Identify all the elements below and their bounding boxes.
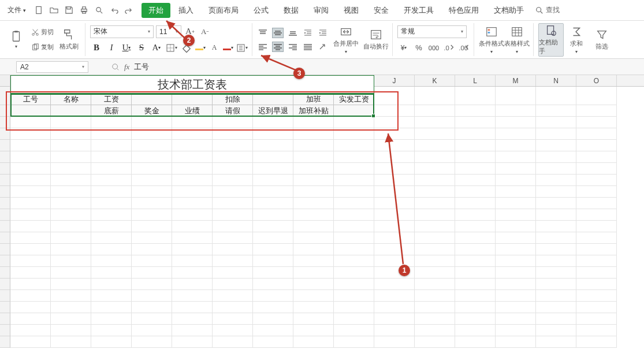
annotation-badge-3: 3 (293, 68, 305, 79)
tab-safety[interactable]: 安全 (367, 3, 396, 18)
paste-button[interactable]: ▾ (3, 23, 29, 57)
align-middle-button[interactable] (272, 28, 284, 38)
strikethrough-button[interactable]: S (135, 42, 148, 54)
annotation-badge-2: 2 (183, 35, 195, 46)
fx-icon[interactable]: fx (124, 62, 129, 72)
font-name-dropdown[interactable]: 宋体▾ (90, 25, 154, 38)
cond-format-button[interactable]: 条件格式▾ (479, 23, 504, 57)
col-header[interactable]: O (576, 75, 617, 86)
wrap-text-button[interactable]: 自动换行 (363, 23, 389, 57)
annotation-badge-1: 1 (399, 265, 410, 276)
group-number: 常规▾ ¥▾ % 000 .0 .00 (397, 23, 474, 56)
align-top-button[interactable] (257, 28, 269, 38)
open-icon[interactable] (48, 5, 59, 16)
tab-data[interactable]: 数据 (277, 3, 306, 18)
align-right-button[interactable] (287, 42, 299, 52)
col-header[interactable]: L (455, 75, 496, 86)
col-header[interactable]: M (496, 75, 536, 86)
svg-point-24 (113, 64, 118, 69)
undo-icon[interactable] (108, 5, 120, 16)
chevron-down-icon: ▾ (23, 8, 26, 13)
svg-rect-22 (548, 25, 554, 34)
copy-button[interactable]: 复制 (29, 41, 56, 54)
svg-rect-2 (82, 7, 85, 9)
comma-style-button[interactable]: 000 (427, 42, 440, 54)
align-center-button[interactable] (272, 42, 284, 52)
svg-rect-7 (14, 31, 18, 32)
expand-fbar-icon[interactable] (111, 63, 120, 71)
cut-button[interactable]: 剪切 (29, 26, 56, 39)
selection-handle[interactable] (371, 114, 375, 118)
new-doc-icon[interactable] (33, 5, 44, 16)
indent-decrease-button[interactable] (302, 28, 314, 38)
italic-button[interactable]: I (105, 42, 118, 54)
name-box[interactable]: A2 ▾ (16, 61, 88, 73)
font-color-button[interactable]: A (208, 42, 221, 54)
tab-layout[interactable]: 页面布局 (202, 3, 245, 18)
decrease-decimal-button[interactable]: .00 (457, 42, 470, 54)
grid-body[interactable] (0, 87, 644, 348)
svg-rect-20 (488, 32, 490, 34)
align-grid (257, 28, 329, 52)
format-painter-button[interactable]: 格式刷 (56, 23, 81, 57)
tab-insert[interactable]: 插入 (172, 3, 200, 18)
number-format-dropdown[interactable]: 常规▾ (397, 25, 467, 38)
svg-rect-21 (512, 27, 522, 36)
orientation-button[interactable] (317, 42, 329, 52)
indent-increase-button[interactable] (317, 28, 329, 38)
print-preview-icon[interactable] (93, 5, 105, 16)
print-icon[interactable] (78, 5, 90, 16)
col-header[interactable]: J (374, 75, 415, 86)
doc-helper-button[interactable]: 文档助手 (538, 23, 564, 57)
title-merged-cell[interactable]: 技术部工资表 (10, 75, 374, 94)
menu-file-label: 文件 (8, 5, 21, 15)
font-effects-button[interactable]: A▾ (150, 42, 163, 54)
tab-special[interactable]: 特色应用 (442, 3, 486, 18)
justify-button[interactable] (302, 42, 314, 52)
font-color-swatch[interactable]: ▾ (223, 45, 233, 50)
decrease-font-icon[interactable]: A− (199, 25, 211, 38)
filter-button[interactable]: 筛选 (589, 23, 615, 57)
search-icon (535, 6, 544, 14)
percent-button[interactable]: % (412, 42, 425, 54)
svg-text:.0: .0 (444, 44, 449, 51)
cell-ref: A2 (20, 63, 29, 71)
svg-rect-19 (488, 29, 490, 31)
formula-text[interactable]: 工号 (134, 62, 149, 72)
font-size-dropdown[interactable]: 11▾ (156, 25, 181, 38)
sum-button[interactable]: 求和▾ (564, 23, 589, 57)
tab-review[interactable]: 审阅 (307, 3, 336, 18)
formula-bar: A2 ▾ fx 工号 (0, 59, 644, 75)
save-icon[interactable] (63, 5, 75, 16)
align-left-button[interactable] (257, 42, 269, 52)
tab-view[interactable]: 视图 (337, 3, 366, 18)
tab-doc-helper[interactable]: 文档助手 (487, 3, 531, 18)
align-bottom-button[interactable] (287, 28, 299, 38)
table-style-button[interactable]: 表格样式▾ (504, 23, 530, 57)
bold-button[interactable]: B (90, 42, 103, 54)
group-clipboard: ▾ 剪切 复制 格式刷 (3, 23, 85, 56)
col-header[interactable]: N (536, 75, 576, 86)
tab-developer[interactable]: 开发工具 (397, 3, 441, 18)
increase-decimal-button[interactable]: .0 (442, 42, 455, 54)
select-all-corner[interactable] (0, 75, 10, 86)
currency-button[interactable]: ¥▾ (397, 42, 410, 54)
underline-button[interactable]: U▾ (120, 42, 133, 54)
borders-button[interactable]: ▾ (165, 42, 178, 54)
svg-point-4 (96, 8, 100, 12)
tab-start[interactable]: 开始 (142, 3, 170, 18)
fill-color-swatch[interactable]: ▾ (195, 45, 206, 50)
svg-rect-0 (36, 6, 40, 13)
redo-icon[interactable] (123, 5, 135, 16)
merge-center-button[interactable]: 合并居中▾ (333, 23, 359, 57)
menu-file[interactable]: 文件 ▾ (3, 3, 31, 18)
clipboard-small-stack: 剪切 复制 (29, 26, 56, 54)
ribbon: ▾ 剪切 复制 格式刷 宋体▾ 11▾ A+ A− B I U▾ S A▾ ▾ … (0, 21, 644, 59)
search-box[interactable]: 查找 (535, 5, 560, 15)
col-header[interactable]: K (415, 75, 455, 86)
group-alignment: 合并居中▾ 自动换行 (257, 23, 393, 56)
phonetic-guide-button[interactable]: ▾ (236, 42, 248, 54)
tab-formula[interactable]: 公式 (247, 3, 276, 18)
svg-point-5 (537, 7, 541, 12)
grid: A B C D E F G H I J K L M N O 技术部工资表 工号 … (0, 75, 644, 349)
